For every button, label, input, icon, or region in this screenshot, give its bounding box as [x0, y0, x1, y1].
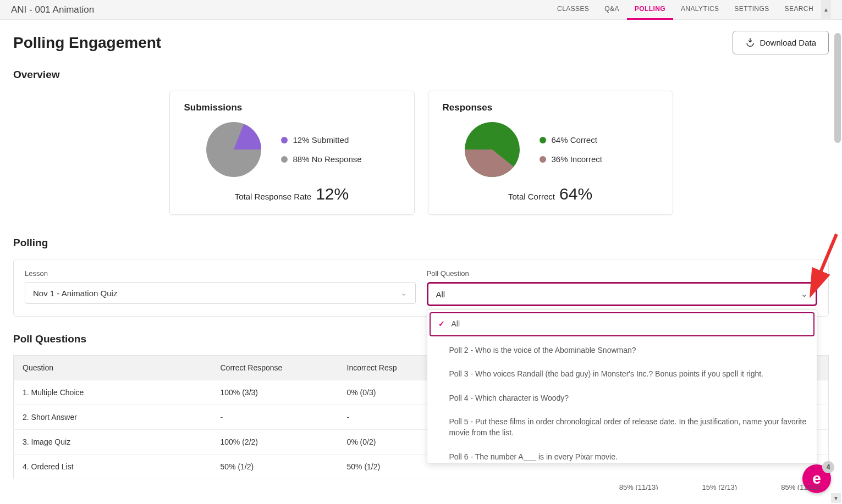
legend-submitted: 12% Submitted [281, 135, 362, 145]
lesson-value: Nov 1 - Animation Quiz [33, 289, 117, 298]
polling-heading: Polling [13, 237, 829, 249]
nav-tab-search[interactable]: SEARCH [777, 0, 821, 20]
table-cell: 100% (3/3) [212, 380, 338, 405]
overview-heading: Overview [13, 69, 829, 81]
legend-correct: 64% Correct [540, 135, 603, 145]
chevron-down-icon: ⌄ [801, 289, 808, 299]
responses-title: Responses [443, 102, 658, 113]
dropdown-item[interactable]: Poll 4 - Which character is Woody? [427, 386, 817, 411]
responses-pie [465, 122, 520, 177]
nav-tab-analytics[interactable]: ANALYTICS [673, 0, 727, 20]
poll-question-dropdown: AllPoll 2 - Who is the voice of the Abom… [427, 309, 818, 463]
download-data-button[interactable]: Download Data [733, 31, 829, 54]
nav-tab-polling[interactable]: POLLING [627, 0, 673, 20]
dropdown-item[interactable]: Poll 6 - The number A___ is in every Pix… [427, 445, 817, 463]
dropdown-item[interactable]: Poll 2 - Who is the voice of the Abomina… [427, 339, 817, 363]
table-cell: 4. Ordered List [14, 455, 212, 479]
table-cell: 100% (2/2) [212, 430, 338, 455]
table-cell: 2. Short Answer [14, 405, 212, 430]
submissions-card: Submissions 12% Submitted 88% No Respons… [169, 91, 415, 215]
nav-tab-settings[interactable]: SETTINGS [727, 0, 777, 20]
scroll-up-arrow[interactable]: ▲ [821, 0, 831, 20]
poll-question-label: Poll Question [427, 269, 818, 278]
submissions-footer-label: Total Response Rate [235, 192, 311, 201]
submissions-title: Submissions [184, 102, 400, 113]
responses-footer-label: Total Correct [508, 192, 555, 201]
responses-footer-value: 64% [559, 185, 592, 203]
download-icon [745, 37, 755, 48]
submissions-footer-value: 12% [316, 185, 349, 203]
dropdown-item[interactable]: Poll 5 - Put these films in order chrono… [427, 410, 817, 445]
nav-tab-classes[interactable]: CLASSES [549, 0, 597, 20]
peek-cell: 15% (2/13) [702, 483, 738, 490]
chevron-down-icon: ⌄ [400, 288, 408, 298]
poll-question-select[interactable]: All ⌄ [427, 282, 818, 306]
top-bar: ANI - 001 Animation CLASSESQ&APOLLINGANA… [0, 0, 842, 20]
course-title: ANI - 001 Animation [11, 4, 94, 15]
peek-cell: 85% (11/13) [619, 483, 658, 490]
lesson-label: Lesson [25, 269, 416, 278]
legend-incorrect: 36% Incorrect [540, 154, 603, 164]
poll-question-value: All [436, 290, 445, 299]
nav-tab-q&a[interactable]: Q&A [597, 0, 627, 20]
table-cell: 50% (1/2) [212, 455, 338, 479]
filter-box: Lesson Nov 1 - Animation Quiz ⌄ Poll Que… [13, 259, 829, 317]
download-label: Download Data [760, 38, 816, 47]
page-title: Polling Engagement [13, 34, 161, 52]
peek-cell: 85% (11/13) [781, 483, 820, 490]
legend-no-response: 88% No Response [281, 154, 362, 164]
fab-badge: 4 [822, 461, 834, 473]
nav-tabs: CLASSESQ&APOLLINGANALYTICSSETTINGSSEARCH [549, 0, 821, 20]
dropdown-item[interactable]: Poll 3 - Who voices Randall (the bad guy… [427, 362, 817, 386]
table-cell: 3. Image Quiz [14, 430, 212, 455]
table-cell: - [212, 405, 338, 430]
table-header: Question [14, 356, 212, 380]
vertical-scrollbar[interactable] [834, 20, 841, 490]
table-cell: 1. Multiple Choice [14, 380, 212, 405]
dropdown-item[interactable]: All [430, 312, 815, 336]
submissions-pie [206, 122, 261, 177]
table-header: Correct Response [212, 356, 338, 380]
responses-card: Responses 64% Correct 36% Incorrect Tota… [428, 91, 673, 215]
lesson-select[interactable]: Nov 1 - Animation Quiz ⌄ [25, 282, 416, 304]
